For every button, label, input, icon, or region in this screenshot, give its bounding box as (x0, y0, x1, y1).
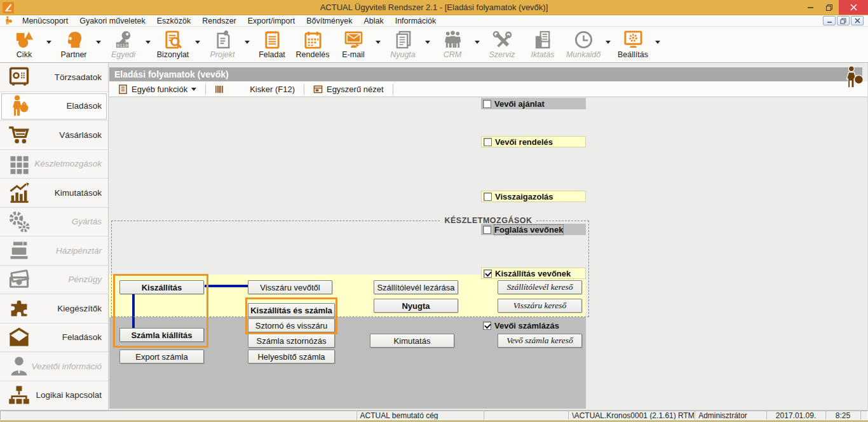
szamla-sztornozas-button[interactable]: Számla sztornózás (248, 334, 335, 348)
checkbox-foglalas-vevonek[interactable]: Foglalás vevőnek (481, 224, 586, 235)
toolbar: Cikk Partner 0110 Egyedi Bizonylat (0, 27, 868, 63)
mdi-restore-button[interactable] (837, 16, 850, 25)
szamla-kiallitas-button[interactable]: Számla kiállítás (119, 328, 204, 342)
sztorno-es-visszaru-button[interactable]: Sztornó és visszáru (248, 318, 335, 332)
toolbar-item-partner[interactable]: Partner (53, 28, 94, 59)
checkbox-vevoi-ajanlat[interactable]: Vevői ajánlat (481, 98, 586, 109)
kiszallitas-es-szamla-button[interactable]: Kiszállítás és számla (248, 303, 335, 317)
chevron-down-icon (245, 41, 250, 44)
sidebar-item-logikai-kapcsolat[interactable]: Logikai kapcsolat (0, 381, 108, 410)
key-badge: 0110 (116, 43, 127, 48)
chevron-down-icon (195, 41, 200, 44)
toolbar-item-bizonylat[interactable]: Bizonylat (153, 28, 193, 59)
sidebar-item-eladasok[interactable]: Eladások (0, 92, 108, 121)
status-server: \ACTUAL.Kronos0001 (2.1.61) RTM (568, 411, 695, 420)
checkbox-box (484, 138, 492, 146)
monitor-gear-icon (623, 30, 643, 50)
checkbox-vevoi-szamlazas[interactable]: Vevői számlázás (481, 320, 586, 331)
beallitas-dropdown-arrow[interactable] (653, 28, 662, 56)
menu-rendszer[interactable]: Rendszer (196, 16, 242, 26)
toolbar-item-szerviz: Szerviz (482, 28, 522, 59)
toolbar-item-projekt: Projekt (202, 28, 243, 59)
menu-export-import[interactable]: Export/import (242, 16, 301, 26)
sidebar-item-label: Készletmozgások (31, 159, 102, 168)
kimutatas-button[interactable]: Kimutatás (370, 334, 454, 348)
partner-dropdown-arrow[interactable] (94, 28, 103, 56)
toolbar-item-label: Munkaidő (566, 50, 600, 59)
sidebar-item-label: Eladások (31, 101, 102, 111)
menu-gyakori-muveletek[interactable]: Gyakori műveletek (74, 16, 151, 26)
sidebar-item-feladasok[interactable]: Feladások (0, 323, 108, 353)
vevo-szamla-kereso-button[interactable]: Vevő számla kereső (498, 334, 582, 348)
chevron-down-icon (146, 41, 151, 44)
toolbar-item-egyedi: 0110 Egyedi (103, 28, 144, 59)
bizonylat-dropdown-arrow[interactable] (193, 28, 202, 56)
kiszallitas-button[interactable]: Kiszállítás (119, 280, 204, 294)
toolbar-item-cikk[interactable]: Cikk (4, 28, 44, 59)
toolbar-item-label: Feladat (259, 50, 285, 59)
visszaru-vevotol-button[interactable]: Visszáru vevőtől (248, 280, 332, 294)
toolbar-item-crm: CRM (432, 28, 473, 59)
kisker-button[interactable]: Kisker (F12) (210, 83, 300, 95)
restore-button[interactable] (820, 0, 839, 15)
archive-folder-icon (533, 30, 553, 50)
status-company: ACTUAL bemutató cég (356, 411, 484, 420)
visszaru-kereso-button[interactable]: Visszáru kereső (498, 299, 582, 313)
other-functions-button[interactable]: Egyéb funkciók (113, 83, 201, 95)
nyugta-dropdown-arrow[interactable] (423, 28, 432, 56)
menu-bovitmenyek[interactable]: Bővítmények (301, 16, 358, 26)
minimize-button[interactable] (801, 0, 820, 15)
export-szamla-button[interactable]: Export számla (119, 350, 204, 364)
mdi-minimize-button[interactable] (823, 16, 836, 25)
email-dropdown-arrow[interactable] (374, 28, 383, 56)
simple-view-button[interactable]: Egyszerű nézet (308, 83, 389, 95)
toolbar-item-rendeles[interactable]: Rendelés (292, 28, 333, 59)
money-icon (8, 268, 31, 291)
sidebar-item-kimutatasok[interactable]: Kimutatások (0, 179, 108, 208)
status-time: 8:25 (825, 411, 860, 420)
cikk-dropdown-arrow[interactable] (44, 28, 53, 56)
munkaido-dropdown-arrow[interactable] (604, 28, 613, 56)
key-icon: 0110 (114, 30, 133, 50)
cart-icon (8, 123, 31, 146)
sidebar-item-label: Vásárlások (31, 130, 102, 140)
egyedi-dropdown-arrow[interactable] (144, 28, 153, 56)
window-view-icon (313, 85, 323, 94)
szallitolevel-lezarasa-button[interactable]: Szállítólevél lezárása (374, 280, 458, 294)
sidebar-item-vasarlasok[interactable]: Vásárlások (0, 121, 108, 150)
toolbar-item-label: Szerviz (489, 50, 515, 59)
sidebar-item-penzugy: Pénzügy (0, 266, 108, 295)
mdi-restore-icon (840, 18, 846, 24)
menu-informaciok[interactable]: Információk (390, 16, 442, 26)
sidebar-item-torzsadatok[interactable]: Törzsadatok (0, 63, 108, 92)
checkbox-label: Visszaigazolás (495, 192, 553, 201)
menu-menucsoport[interactable]: Menücsoport (17, 16, 74, 26)
helyesbito-szamla-button[interactable]: Helyesbítő számla (248, 350, 335, 364)
nyugta-button[interactable]: Nyugta (374, 299, 458, 313)
checkbox-vevoi-rendeles[interactable]: Vevői rendelés (481, 136, 586, 147)
crm-dropdown-arrow[interactable] (473, 28, 482, 56)
sidebar: Törzsadatok Eladások Vásárlások (0, 63, 109, 409)
close-button[interactable] (839, 0, 868, 15)
toolbar-item-beallitas[interactable]: Beállítás (613, 28, 653, 59)
toolbar-item-label: CRM (444, 50, 461, 59)
menu-eszkozok[interactable]: Eszközök (151, 16, 197, 26)
checkbox-kiszallitas-vevonek[interactable]: Kiszállítás vevőnek (481, 268, 586, 279)
connector-line (132, 294, 135, 329)
toolbar-item-iktatas: Iktatás (522, 28, 563, 59)
chevron-down-icon (655, 41, 660, 44)
toolbar-item-email[interactable]: E-mail (333, 28, 374, 59)
sidebar-item-kiegeszitok[interactable]: Kiegészítők (0, 294, 108, 323)
document-search-icon (163, 30, 183, 50)
sidebar-item-hazipenztar: Házipénztár (0, 236, 108, 266)
menu-ablak[interactable]: Ablak (358, 16, 389, 26)
toolbar-item-feladat[interactable]: Feladat (252, 28, 292, 59)
checkbox-visszaigazolas[interactable]: Visszaigazolás (481, 191, 586, 202)
szallitolevel-kereso-button[interactable]: Szállítólevél kereső (498, 280, 582, 294)
projekt-dropdown-arrow[interactable] (243, 28, 252, 56)
envelope-up-icon (8, 326, 31, 349)
person-head-icon (64, 30, 84, 50)
calendar-icon (303, 30, 323, 50)
mdi-close-button[interactable] (851, 16, 864, 25)
separator (304, 84, 304, 95)
